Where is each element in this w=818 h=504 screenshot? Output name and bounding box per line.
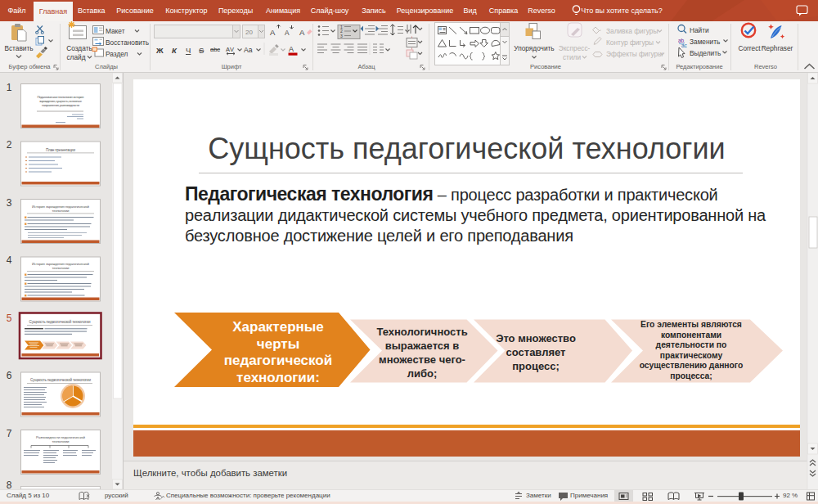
svg-text:Аа: Аа [244, 46, 253, 54]
svg-text:Correct: Correct [738, 44, 761, 52]
svg-text:К: К [172, 46, 178, 55]
svg-text:технологии: технологии [52, 439, 70, 443]
svg-text:Восстановить: Восстановить [106, 38, 149, 47]
svg-text:технологии: технологии [52, 266, 70, 270]
svg-text:1: 1 [7, 82, 12, 93]
svg-text:Сущность педагогической технол: Сущность педагогической технологии [29, 319, 91, 324]
svg-text:Ч: Ч [186, 46, 191, 55]
svg-text:8: 8 [7, 479, 12, 489]
svg-text:Создать: Создать [66, 44, 92, 52]
svg-text:S: S [199, 46, 204, 55]
svg-text:Контур фигуры: Контур фигуры [606, 38, 654, 47]
svg-text:Упорядочить: Упорядочить [514, 44, 554, 52]
svg-text:abc: abc [210, 46, 220, 53]
svg-text:технологии: технологии [52, 209, 70, 213]
svg-text:Rephraser: Rephraser [762, 44, 793, 52]
svg-text:Сущность педагогической технол: Сущность педагогической технологии [30, 377, 91, 382]
svg-text:2: 2 [7, 139, 12, 151]
svg-text:7: 7 [7, 428, 12, 439]
svg-text:направления, разновидности: направления, разновидности [42, 103, 80, 107]
svg-text:Заменить: Заменить [690, 38, 720, 46]
svg-text:Заливка фигуры: Заливка фигуры [606, 27, 658, 35]
svg-text:Ж: Ж [155, 46, 164, 55]
svg-text:План презентации: План презентации [46, 148, 75, 152]
svg-text:А: А [270, 28, 276, 37]
svg-text:Найти: Найти [690, 26, 709, 34]
svg-text:стили: стили [563, 53, 581, 61]
svg-text:5: 5 [7, 313, 12, 324]
svg-text:Вставить: Вставить [4, 44, 33, 52]
svg-text:АV: АV [226, 46, 234, 53]
svg-text:4: 4 [7, 254, 12, 266]
svg-text:20: 20 [245, 29, 253, 36]
svg-text:Раздел: Раздел [106, 50, 128, 58]
svg-text:3: 3 [340, 34, 343, 38]
svg-text:А: А [285, 29, 290, 37]
svg-text:А: А [289, 45, 294, 53]
svg-text:Экспресс-: Экспресс- [559, 44, 591, 52]
svg-text:слайд: слайд [66, 53, 85, 61]
svg-text:Выделить: Выделить [690, 49, 721, 57]
svg-text:Эффекты фигуры: Эффекты фигуры [606, 50, 663, 58]
svg-text:А: А [299, 28, 305, 37]
svg-text:Макет: Макет [106, 27, 125, 35]
svg-text:3: 3 [7, 197, 12, 209]
svg-text:6: 6 [7, 370, 12, 381]
